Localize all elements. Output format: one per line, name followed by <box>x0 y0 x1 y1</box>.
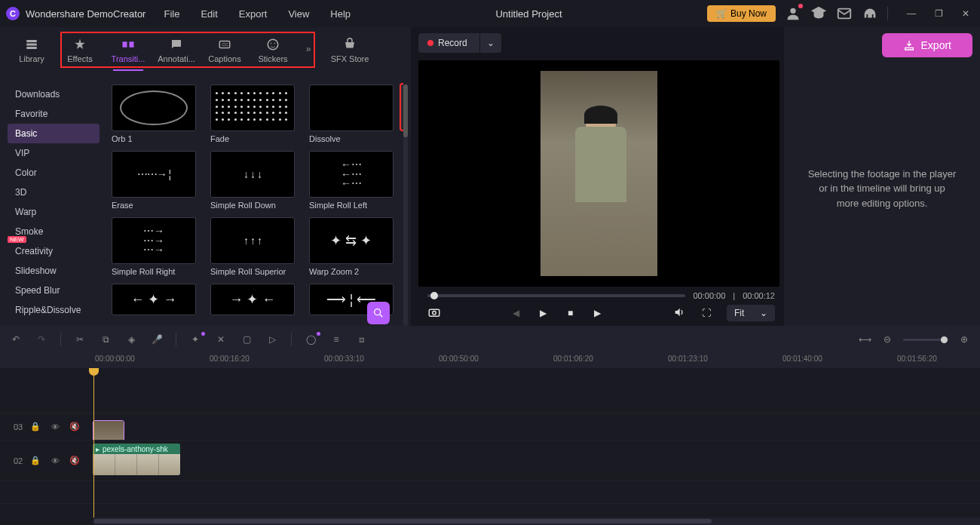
menu-export[interactable]: Export <box>239 8 268 20</box>
menu-file[interactable]: File <box>164 8 179 20</box>
thumb-partial2[interactable]: → ✦ ← <box>210 284 299 315</box>
menu-help[interactable]: Help <box>330 8 351 20</box>
fullscreen-icon[interactable]: ⛶ <box>700 308 713 318</box>
cat-vip[interactable]: VIP <box>8 143 100 163</box>
svg-text:CC: CC <box>222 42 228 47</box>
playhead[interactable] <box>93 368 94 517</box>
properties-empty-text: Selecting the footage in the player or i… <box>792 57 972 320</box>
play-icon[interactable]: ▶ <box>537 308 550 318</box>
cat-warp[interactable]: Warp <box>8 202 100 222</box>
cat-smoke[interactable]: SmokeNEW <box>8 222 100 241</box>
thumb-rollleft[interactable]: ←⋯←⋯←⋯Simple Roll Left <box>309 151 397 210</box>
cat-basic[interactable]: Basic <box>8 124 100 143</box>
timeline-ruler[interactable]: 00:00:00:00 00:00:16:20 00:00:33:10 00:0… <box>0 353 980 368</box>
clip-video[interactable]: ▸pexels-anthony-shk <box>93 444 180 475</box>
mail-icon[interactable] <box>836 5 853 22</box>
export-button[interactable]: Export <box>882 33 972 57</box>
tab-transitions[interactable]: Transiti... <box>104 33 152 75</box>
thumb-erase[interactable]: ⋯⋯→ ¦Erase <box>112 151 200 210</box>
crop-icon[interactable]: ⧉ <box>99 334 112 345</box>
track3-lock-icon[interactable]: 🔒 <box>29 422 42 431</box>
redo-icon[interactable]: ↷ <box>35 334 48 345</box>
thumb-rollright[interactable]: ⋯→⋯→⋯→Simple Roll Right <box>112 217 200 276</box>
group-icon[interactable]: ⧈ <box>355 334 369 345</box>
thumb-rollsup[interactable]: ↑ ↑ ↑Simple Roll Superior <box>210 217 299 276</box>
next-frame-icon[interactable]: ▶ <box>591 308 605 318</box>
progress-slider[interactable] <box>427 294 685 297</box>
marker-icon[interactable]: ◈ <box>124 334 138 345</box>
svg-rect-2 <box>26 40 37 42</box>
graduation-icon[interactable] <box>810 5 827 22</box>
zoom-pan-icon[interactable]: ◯ <box>304 334 317 345</box>
svg-point-17 <box>433 311 436 315</box>
speed-icon[interactable]: ▷ <box>265 334 279 345</box>
zoom-out-icon[interactable]: ⊖ <box>880 334 894 345</box>
thumb-dissolve[interactable]: Dissolve <box>309 84 397 143</box>
menu-view[interactable]: View <box>288 8 309 20</box>
record-dropdown[interactable]: ⌄ <box>480 33 501 53</box>
tab-annotations[interactable]: Annotati... <box>152 33 201 68</box>
account-icon[interactable] <box>785 5 801 22</box>
thumb-rolldown[interactable]: ↓ ↓ ↓Simple Roll Down <box>210 151 299 210</box>
track3-eye-icon[interactable]: 👁 <box>48 422 62 431</box>
cat-ripple[interactable]: Ripple&Dissolve <box>8 300 100 320</box>
stop-icon[interactable]: ■ <box>564 308 577 318</box>
maximize-icon[interactable]: ❐ <box>930 5 947 22</box>
clip-transition[interactable] <box>93 420 124 440</box>
timeline-tracks[interactable]: 03 🔒 👁 🔇 02 🔒 👁 🔇 ▸pexels-anthony-shk <box>0 368 980 517</box>
tabs-more-icon[interactable]: » <box>297 33 320 54</box>
fit-timeline-icon[interactable]: ⟷ <box>858 334 871 345</box>
snapshot-icon[interactable] <box>427 305 441 321</box>
cat-color[interactable]: Color <box>8 163 100 183</box>
tab-effects[interactable]: Effects <box>56 33 104 68</box>
track2-lock-icon[interactable]: 🔒 <box>29 456 42 465</box>
tab-stickers[interactable]: Stickers <box>249 33 297 68</box>
popup-filters[interactable]: Filters <box>401 88 403 107</box>
thumb-orb1[interactable]: Orb 1 <box>112 84 200 143</box>
cat-downloads[interactable]: Downloads <box>8 84 100 104</box>
headset-icon[interactable] <box>862 5 878 22</box>
svg-point-11 <box>274 43 276 45</box>
close-icon[interactable]: ✕ <box>957 5 974 22</box>
cat-slideshow[interactable]: Slideshow <box>8 261 100 281</box>
undo-icon[interactable]: ↶ <box>9 334 23 345</box>
main-menu: File Edit Export View Help <box>164 8 351 20</box>
volume-icon[interactable] <box>672 306 686 321</box>
fit-dropdown[interactable]: Fit⌄ <box>727 305 775 321</box>
thumb-partial1[interactable]: ← ✦ → <box>112 284 200 315</box>
zoom-in-icon[interactable]: ⊕ <box>957 334 971 345</box>
zoom-slider[interactable] <box>903 339 948 341</box>
track2-mute-icon[interactable]: 🔇 <box>68 456 81 465</box>
thumb-warpzoom2[interactable]: ✦ ⇆ ✦Warp Zoom 2 <box>309 217 397 276</box>
cat-3d[interactable]: 3D <box>8 183 100 202</box>
buy-now-button[interactable]: 🛒 Buy Now <box>707 5 776 22</box>
svg-point-14 <box>375 309 381 315</box>
image-icon[interactable]: ▢ <box>240 334 253 345</box>
search-button[interactable] <box>367 302 390 324</box>
adjust-icon[interactable]: ≡ <box>329 334 343 345</box>
prev-frame-icon[interactable]: ◀ <box>510 308 523 318</box>
popup-audio[interactable]: Audio <box>401 107 403 127</box>
cat-speedblur[interactable]: Speed Blur <box>8 281 100 300</box>
voiceover-icon[interactable]: 🎤 <box>150 334 164 345</box>
thumb-fade[interactable]: Fade <box>210 84 299 143</box>
track2-eye-icon[interactable]: 👁 <box>48 456 62 465</box>
tab-captions[interactable]: CCCaptions <box>201 33 249 68</box>
svg-rect-3 <box>26 44 37 46</box>
cat-favorite[interactable]: Favorite <box>8 104 100 124</box>
media-scrollbar[interactable] <box>403 84 408 326</box>
track3-mute-icon[interactable]: 🔇 <box>68 422 81 431</box>
delete-icon[interactable]: ✕ <box>214 334 228 345</box>
tab-sfx-store[interactable]: SFX Store <box>320 33 380 68</box>
menu-edit[interactable]: Edit <box>201 8 217 20</box>
svg-rect-16 <box>429 309 439 316</box>
cat-creativity[interactable]: Creativity <box>8 241 100 261</box>
preview-viewport[interactable] <box>418 60 779 287</box>
split-icon[interactable]: ✂ <box>73 334 87 345</box>
timeline-hscrollbar[interactable] <box>93 517 980 525</box>
svg-point-10 <box>271 43 272 45</box>
record-button[interactable]: Record <box>418 33 479 53</box>
cursor-effect-icon[interactable]: ✦ <box>188 334 202 345</box>
tab-library[interactable]: Library <box>8 33 56 68</box>
minimize-icon[interactable]: — <box>903 5 920 22</box>
